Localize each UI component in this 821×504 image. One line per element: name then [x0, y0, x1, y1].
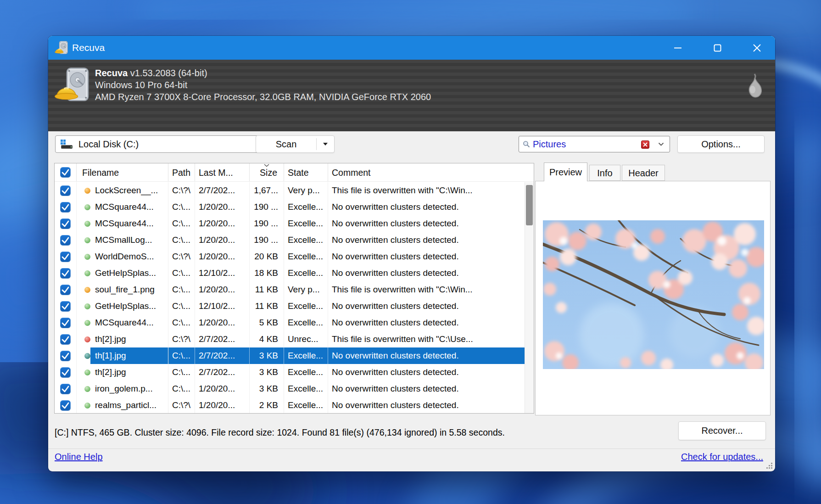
scan-dropdown-arrow[interactable] — [317, 143, 334, 146]
blue-checkbox[interactable] — [60, 235, 71, 246]
filename-cell[interactable]: th[2].jpg — [77, 331, 168, 347]
mod-cell: 1/20/20... — [195, 281, 250, 298]
filename-text: WorldDemoS... — [90, 248, 168, 265]
table-row[interactable]: iron_golem.p...C:\...1/20/20...3 KBExcel… — [55, 381, 525, 397]
row-checkbox-cell[interactable] — [55, 381, 77, 397]
row-checkbox-cell[interactable] — [55, 364, 77, 381]
filename-cell[interactable]: soul_fire_1.png — [77, 281, 168, 298]
row-checkbox-cell[interactable] — [55, 199, 77, 215]
maximize-button[interactable] — [705, 36, 729, 60]
status-dot-green — [84, 270, 90, 276]
filename-cell[interactable]: th[1].jpg — [77, 347, 168, 364]
select-all-checkbox[interactable] — [55, 163, 77, 181]
tab-info[interactable]: Info — [589, 165, 620, 181]
table-scrollbar[interactable] — [525, 182, 534, 413]
search-box[interactable]: Pictures — [519, 136, 670, 152]
tab-preview[interactable]: Preview — [544, 162, 587, 181]
table-row[interactable]: GetHelpSplas...C:\...12/10/2...18 KBExce… — [55, 265, 525, 281]
table-row[interactable]: MCSquare44...C:\...1/20/20...5 KBExcelle… — [55, 314, 525, 331]
column-header-size[interactable]: Size — [250, 163, 284, 181]
blue-checkbox[interactable] — [60, 167, 71, 178]
column-header-comment[interactable]: Comment — [328, 163, 534, 181]
os-info: Windows 10 Pro 64-bit — [95, 79, 431, 91]
state-cell: Excelle... — [284, 298, 328, 314]
size-cell: 190 ... — [250, 232, 284, 248]
filename-cell[interactable]: MCSquare44... — [77, 314, 168, 331]
comment-cell: No overwritten clusters detected. — [328, 314, 525, 331]
table-row[interactable]: th[2].jpgC:\...2/7/202...3 KBExcelle...N… — [55, 364, 525, 381]
row-checkbox-cell[interactable] — [55, 281, 77, 298]
row-checkbox-cell[interactable] — [55, 314, 77, 331]
close-button[interactable] — [745, 36, 769, 60]
row-checkbox-cell[interactable] — [55, 215, 77, 232]
scrollbar-thumb[interactable] — [526, 185, 533, 225]
filename-cell[interactable]: MCSquare44... — [77, 215, 168, 232]
row-checkbox-cell[interactable] — [55, 182, 77, 199]
table-row[interactable]: realms_particl...C:\?\1/20/20...2 KBExce… — [55, 397, 525, 413]
row-checkbox-cell[interactable] — [55, 265, 77, 281]
filename-cell[interactable]: GetHelpSplas... — [77, 265, 168, 281]
table-row[interactable]: WorldDemoS...C:\?\1/20/20...20 KBExcelle… — [55, 248, 525, 265]
path-cell: C:\... — [168, 215, 195, 232]
row-checkbox-cell[interactable] — [55, 248, 77, 265]
resize-grip[interactable] — [766, 463, 773, 469]
blue-checkbox[interactable] — [60, 285, 71, 295]
blue-checkbox[interactable] — [60, 202, 71, 213]
row-checkbox-cell[interactable] — [55, 397, 77, 413]
blue-checkbox[interactable] — [60, 367, 71, 378]
comment-cell: No overwritten clusters detected. — [328, 347, 525, 364]
clear-search-button[interactable] — [641, 140, 649, 149]
row-checkbox-cell[interactable] — [55, 298, 77, 314]
blue-checkbox[interactable] — [60, 268, 71, 279]
table-row[interactable]: LockScreen__...C:\?\2/7/202...1,67...Ver… — [55, 182, 525, 199]
online-help-link[interactable]: Online Help — [55, 452, 103, 462]
recover-button[interactable]: Recover... — [678, 421, 766, 440]
blue-checkbox[interactable] — [60, 218, 71, 229]
tab-header[interactable]: Header — [622, 165, 665, 181]
filename-cell[interactable]: LockScreen__... — [77, 182, 168, 199]
filename-text: GetHelpSplas... — [90, 265, 168, 281]
filename-cell[interactable]: th[2].jpg — [77, 364, 168, 381]
blue-checkbox[interactable] — [60, 400, 71, 411]
table-row[interactable]: MCSmallLog...C:\...1/20/20...190 ...Exce… — [55, 232, 525, 248]
table-row[interactable]: MCSquare44...C:\...1/20/20...190 ...Exce… — [55, 199, 525, 215]
options-button[interactable]: Options... — [677, 135, 765, 153]
column-header-path[interactable]: Path — [168, 163, 195, 181]
scan-button[interactable]: Scan — [256, 135, 335, 153]
row-checkbox-cell[interactable] — [55, 347, 77, 364]
filename-cell[interactable]: MCSmallLog... — [77, 232, 168, 248]
filename-cell[interactable]: realms_particl... — [77, 397, 168, 413]
titlebar[interactable]: Recuva — [48, 36, 775, 60]
blue-checkbox[interactable] — [60, 185, 71, 196]
blue-checkbox[interactable] — [60, 384, 71, 394]
filename-cell[interactable]: WorldDemoS... — [77, 248, 168, 265]
table-row[interactable]: soul_fire_1.pngC:\...1/20/20...11 KBVery… — [55, 281, 525, 298]
blue-checkbox[interactable] — [60, 351, 71, 361]
column-header-filename[interactable]: Filename — [77, 163, 168, 181]
blue-checkbox[interactable] — [60, 252, 71, 262]
filename-cell[interactable]: iron_golem.p... — [77, 381, 168, 397]
table-row[interactable]: th[2].jpgC:\?\2/7/202...4 KBUnrec...This… — [55, 331, 525, 347]
row-checkbox-cell[interactable] — [55, 232, 77, 248]
filename-cell[interactable]: MCSquare44... — [77, 199, 168, 215]
table-row[interactable]: GetHelpSplas...C:\...12/10/2...11 KBExce… — [55, 298, 525, 314]
check-updates-link[interactable]: Check for updates... — [681, 452, 763, 462]
blue-checkbox[interactable] — [60, 318, 71, 328]
blue-checkbox[interactable] — [60, 334, 71, 345]
window-title: Recuva — [72, 36, 105, 60]
blue-checkbox[interactable] — [60, 301, 71, 312]
table-row[interactable]: MCSquare44...C:\...1/20/20...190 ...Exce… — [55, 215, 525, 232]
check-icon — [60, 400, 71, 411]
table-body: LockScreen__...C:\?\2/7/202...1,67...Ver… — [55, 182, 525, 413]
state-cell: Excelle... — [284, 364, 328, 381]
table-row[interactable]: th[1].jpgC:\...2/7/202...3 KBExcelle...N… — [55, 347, 525, 364]
table-header[interactable]: Filename Path Last M... Size State Comme… — [55, 163, 534, 182]
filename-cell[interactable]: GetHelpSplas... — [77, 298, 168, 314]
search-input-value[interactable]: Pictures — [533, 139, 566, 150]
column-header-modified[interactable]: Last M... — [195, 163, 250, 181]
row-checkbox-cell[interactable] — [55, 331, 77, 347]
path-cell: C:\?\ — [168, 397, 195, 413]
check-icon — [60, 334, 71, 345]
column-header-state[interactable]: State — [284, 163, 328, 181]
minimize-button[interactable] — [666, 36, 690, 60]
